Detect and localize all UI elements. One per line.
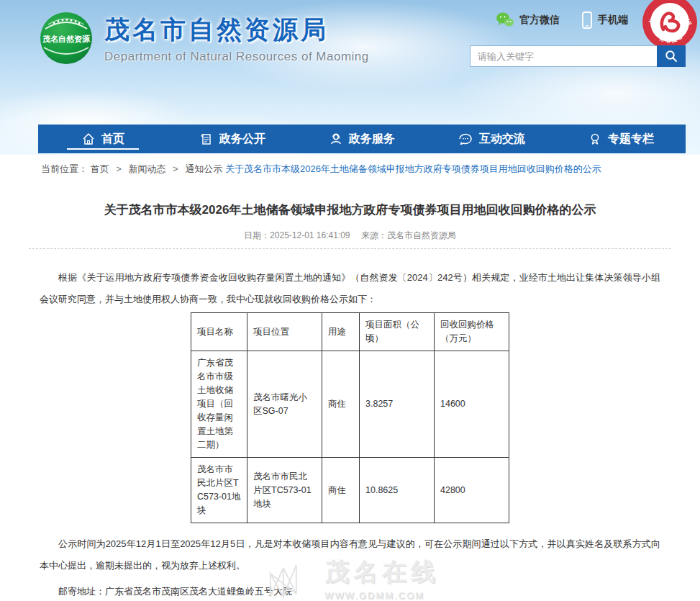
service-agent-icon <box>329 132 343 146</box>
nav-label: 专题专栏 <box>608 132 654 147</box>
nav-item-gov-services[interactable]: 政务服务 <box>297 125 427 153</box>
article-meta: 日期：2025-12-01 16:41:09 来源：茂名市自然资源局 <box>0 230 700 242</box>
haoxin-maoming-seal-icon: HAOXIN MAOMING 好心茂名 <box>642 0 698 50</box>
cell-area: 3.8257 <box>360 351 435 458</box>
nav-label: 首页 <box>101 132 124 147</box>
cell-project-name: 广东省茂名市市级土地收储项目（回收存量闲置土地第二期） <box>191 351 247 458</box>
nav-label: 政务服务 <box>349 132 395 147</box>
cell-usage: 商住 <box>322 458 360 523</box>
cell-price: 14600 <box>435 351 509 458</box>
article-source: 茂名市自然资源局 <box>387 230 456 240</box>
breadcrumb: 当前位置： 首页 > 新闻动态 > 通知公示 关于茂名市市本级2026年土地储备… <box>0 155 700 176</box>
bureau-globe-logo-icon: 茂名自然资源 <box>40 12 93 65</box>
nav-item-gov-disclosure[interactable]: 政务公开 <box>168 125 297 153</box>
search-box <box>470 45 686 67</box>
breadcrumb-label: 当前位置： <box>41 163 88 174</box>
nav-label: 互动交流 <box>479 132 525 147</box>
breadcrumb-separator: > <box>116 163 122 174</box>
document-scroll-icon <box>199 132 214 146</box>
wechat-label: 官方微信 <box>519 14 560 27</box>
price-publicity-table: 项目名称 项目位置 用途 项目面积（公顷） 回收回购价格（万元） 广东省茂名市市… <box>191 312 509 523</box>
article-paragraph-2: 公示时间为2025年12月1日至2025年12月5日，凡是对本收储项目内容有意见… <box>40 533 660 577</box>
main-nav: 首页 政务公开 政务服务 <box>38 125 686 153</box>
cell-price: 42800 <box>435 458 509 523</box>
nav-item-home[interactable]: 首页 <box>38 125 168 153</box>
search-icon <box>665 50 678 63</box>
table-row: 广东省茂名市市级土地收储项目（回收存量闲置土地第二期） 茂名市曙光小区SG-07… <box>191 351 509 458</box>
mobile-label: 手机端 <box>598 14 628 27</box>
col-header-location: 项目位置 <box>247 313 322 351</box>
cell-location: 茂名市市民北片区TC573-01地块 <box>247 458 322 523</box>
breadcrumb-separator: > <box>173 163 178 174</box>
wechat-link[interactable]: 官方微信 <box>496 12 560 29</box>
chat-bubble-icon <box>458 132 473 146</box>
breadcrumb-notices[interactable]: 通知公示 <box>185 163 222 174</box>
search-button[interactable] <box>657 45 686 67</box>
topbar-links: 官方微信 手机端 <box>496 12 628 29</box>
brand-text: 茂名市自然资源局 Department of Natural Resources… <box>104 13 369 64</box>
col-header-price: 回收回购价格（万元） <box>435 313 509 351</box>
dashed-divider <box>29 248 671 249</box>
date-label: 日期： <box>244 230 270 240</box>
wechat-icon <box>496 12 514 29</box>
site-title: 茂名市自然资源局 <box>104 13 369 47</box>
page: 茂名自然资源 茂名市自然资源局 Department of Natural Re… <box>0 0 700 601</box>
globe-logo-text: 茂名自然资源 <box>42 35 91 44</box>
col-header-usage: 用途 <box>322 313 360 351</box>
breadcrumb-news[interactable]: 新闻动态 <box>128 163 165 174</box>
nav-label: 政务公开 <box>219 132 265 147</box>
article-paragraph-1: 根据《关于运用地方政府专项债券资金收回收购存量闲置土地的通知》（自然资发〔202… <box>40 267 660 310</box>
col-header-project-name: 项目名称 <box>191 313 247 351</box>
col-header-area: 项目面积（公顷） <box>360 313 435 351</box>
nav-item-interaction[interactable]: 互动交流 <box>427 125 556 153</box>
mobile-phone-icon <box>581 12 593 29</box>
article-date: 2025-12-01 16:41:09 <box>270 230 350 240</box>
site-brand: 茂名自然资源 茂名市自然资源局 Department of Natural Re… <box>40 12 369 65</box>
site-subtitle: Department of Natural Resources of Maomi… <box>104 50 369 64</box>
home-icon <box>81 132 96 146</box>
breadcrumb-current-page[interactable]: 关于茂名市市本级2026年土地储备领域申报地方政府专项债券项目用地回收回购价格的… <box>225 163 601 174</box>
table-header-row: 项目名称 项目位置 用途 项目面积（公顷） 回收回购价格（万元） <box>191 313 509 351</box>
breadcrumb-home[interactable]: 首页 <box>91 163 109 174</box>
nav-item-special-topics[interactable]: 专题专栏 <box>556 125 686 153</box>
mobile-link[interactable]: 手机端 <box>581 12 628 29</box>
search-input[interactable] <box>470 45 657 67</box>
table-row: 茂名市市民北片区TC573-01地块 茂名市市民北片区TC573-01地块 商住… <box>191 458 509 523</box>
nav-active-underline <box>67 148 139 150</box>
cell-usage: 商住 <box>322 351 360 458</box>
source-label: 来源： <box>361 230 387 240</box>
cell-area: 10.8625 <box>360 458 435 523</box>
cell-project-name: 茂名市市民北片区TC573-01地块 <box>191 458 247 523</box>
article-title: 关于茂名市市本级2026年土地储备领域申报地方政府专项债券项目用地回收回购价格的… <box>0 202 700 218</box>
header-banner: 茂名自然资源 茂名市自然资源局 Department of Natural Re… <box>0 0 700 155</box>
award-ribbon-icon <box>588 132 602 146</box>
cell-location: 茂名市曙光小区SG-07 <box>247 351 322 458</box>
mail-address-line: 邮寄地址：广东省茂名市茂南区茂名大道鲤鱼岭五号大院 <box>40 581 660 601</box>
